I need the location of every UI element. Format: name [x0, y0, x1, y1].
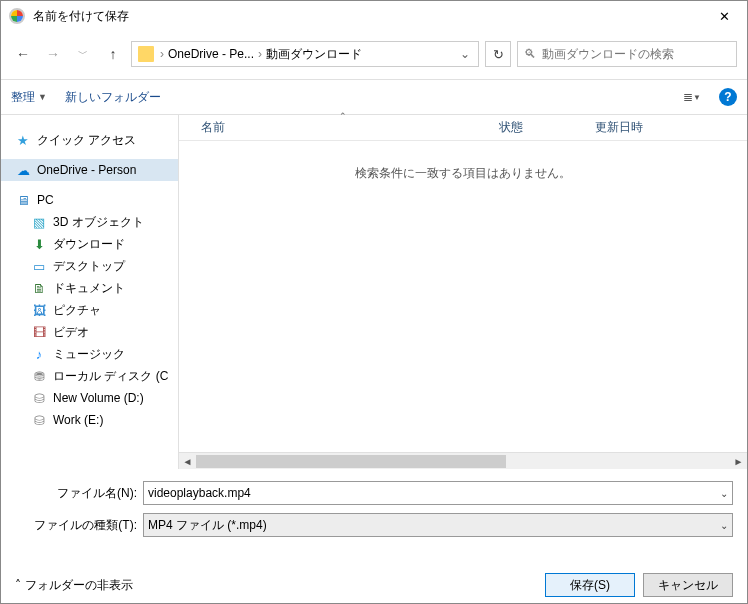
col-modified[interactable]: 更新日時 — [595, 119, 747, 136]
tree-onedrive[interactable]: ☁OneDrive - Person — [1, 159, 178, 181]
file-list: 名前⌃ 状態 更新日時 検索条件に一致する項目はありません。 ◄ ► — [179, 115, 747, 469]
document-icon: 🗎 — [31, 280, 47, 296]
column-headers: 名前⌃ 状態 更新日時 — [179, 115, 747, 141]
filetype-input[interactable] — [148, 518, 716, 532]
filetype-label: ファイルの種類(T): — [15, 517, 143, 534]
list-icon: ≣ — [683, 90, 691, 104]
music-icon: ♪ — [31, 346, 47, 362]
tree-downloads[interactable]: ⬇ダウンロード — [1, 233, 178, 255]
disk-icon: ⛁ — [31, 412, 47, 428]
new-folder-button[interactable]: 新しいフォルダー — [65, 89, 161, 106]
pictures-icon: 🖼 — [31, 302, 47, 318]
address-bar[interactable]: › OneDrive - Pe... › 動画ダウンロード ⌄ — [131, 41, 479, 67]
horizontal-scrollbar[interactable]: ◄ ► — [179, 452, 747, 469]
download-icon: ⬇ — [31, 236, 47, 252]
tree-3d-objects[interactable]: ▧3D オブジェクト — [1, 211, 178, 233]
organize-menu[interactable]: 整理▼ — [11, 89, 47, 106]
tree-pictures[interactable]: 🖼ピクチャ — [1, 299, 178, 321]
scroll-right-button[interactable]: ► — [730, 456, 747, 467]
disk-icon: ⛃ — [31, 368, 47, 384]
chevron-right-icon: › — [160, 47, 164, 61]
sort-indicator-icon: ⌃ — [339, 111, 347, 121]
chevron-up-icon: ˄ — [15, 578, 21, 592]
scroll-track[interactable] — [196, 453, 730, 470]
filetype-field[interactable]: ⌄ — [143, 513, 733, 537]
scroll-thumb[interactable] — [196, 455, 506, 468]
recent-dropdown[interactable]: ﹀ — [71, 42, 95, 66]
filename-label: ファイル名(N): — [15, 485, 143, 502]
save-fields: ファイル名(N): ⌄ ファイルの種類(T): ⌄ — [1, 469, 747, 551]
close-button[interactable]: ✕ — [701, 1, 747, 31]
desktop-icon: ▭ — [31, 258, 47, 274]
hide-folders-toggle[interactable]: ˄フォルダーの非表示 — [15, 577, 133, 594]
video-icon: 🎞 — [31, 324, 47, 340]
tree-videos[interactable]: 🎞ビデオ — [1, 321, 178, 343]
tree-music[interactable]: ♪ミュージック — [1, 343, 178, 365]
filename-input[interactable] — [148, 486, 716, 500]
star-icon: ★ — [15, 132, 31, 148]
toolbar: 整理▼ 新しいフォルダー ≣▼ ? — [1, 79, 747, 115]
up-button[interactable]: ↑ — [101, 42, 125, 66]
forward-button[interactable]: → — [41, 42, 65, 66]
nav-row: ← → ﹀ ↑ › OneDrive - Pe... › 動画ダウンロード ⌄ … — [1, 37, 747, 71]
nav-tree: ★クイック アクセス ☁OneDrive - Person 🖥PC ▧3D オブ… — [1, 115, 179, 469]
footer: ˄フォルダーの非表示 保存(S) キャンセル — [1, 559, 747, 604]
refresh-button[interactable]: ↻ — [485, 41, 511, 67]
breadcrumb-item[interactable]: 動画ダウンロード — [266, 46, 362, 63]
disk-icon: ⛁ — [31, 390, 47, 406]
tree-desktop[interactable]: ▭デスクトップ — [1, 255, 178, 277]
tree-pc[interactable]: 🖥PC — [1, 189, 178, 211]
back-button[interactable]: ← — [11, 42, 35, 66]
filetype-dropdown[interactable]: ⌄ — [716, 520, 728, 531]
col-name[interactable]: 名前⌃ — [179, 119, 499, 136]
tree-quick-access[interactable]: ★クイック アクセス — [1, 129, 178, 151]
tree-documents[interactable]: 🗎ドキュメント — [1, 277, 178, 299]
col-state[interactable]: 状態 — [499, 119, 595, 136]
view-mode-button[interactable]: ≣▼ — [675, 86, 709, 108]
chevron-down-icon: ▼ — [38, 92, 47, 102]
address-dropdown[interactable]: ⌄ — [456, 47, 474, 61]
chrome-icon — [9, 8, 25, 24]
cloud-icon: ☁ — [15, 162, 31, 178]
cancel-button[interactable]: キャンセル — [643, 573, 733, 597]
help-button[interactable]: ? — [719, 88, 737, 106]
tree-local-disk-c[interactable]: ⛃ローカル ディスク (C — [1, 365, 178, 387]
breadcrumb-item[interactable]: OneDrive - Pe... — [168, 47, 254, 61]
filename-field[interactable]: ⌄ — [143, 481, 733, 505]
tree-work-e[interactable]: ⛁Work (E:) — [1, 409, 178, 431]
search-input[interactable] — [542, 47, 730, 61]
chevron-right-icon: › — [258, 47, 262, 61]
scroll-left-button[interactable]: ◄ — [179, 456, 196, 467]
pc-icon: 🖥 — [15, 192, 31, 208]
title-bar: 名前を付けて保存 ✕ — [1, 1, 747, 31]
save-button[interactable]: 保存(S) — [545, 573, 635, 597]
window-title: 名前を付けて保存 — [33, 8, 129, 25]
cube-icon: ▧ — [31, 214, 47, 230]
search-box[interactable]: 🔍︎ — [517, 41, 737, 67]
search-icon: 🔍︎ — [524, 47, 536, 61]
folder-icon — [138, 46, 154, 62]
empty-message: 検索条件に一致する項目はありません。 — [179, 141, 747, 452]
filename-dropdown[interactable]: ⌄ — [716, 488, 728, 499]
tree-new-volume-d[interactable]: ⛁New Volume (D:) — [1, 387, 178, 409]
